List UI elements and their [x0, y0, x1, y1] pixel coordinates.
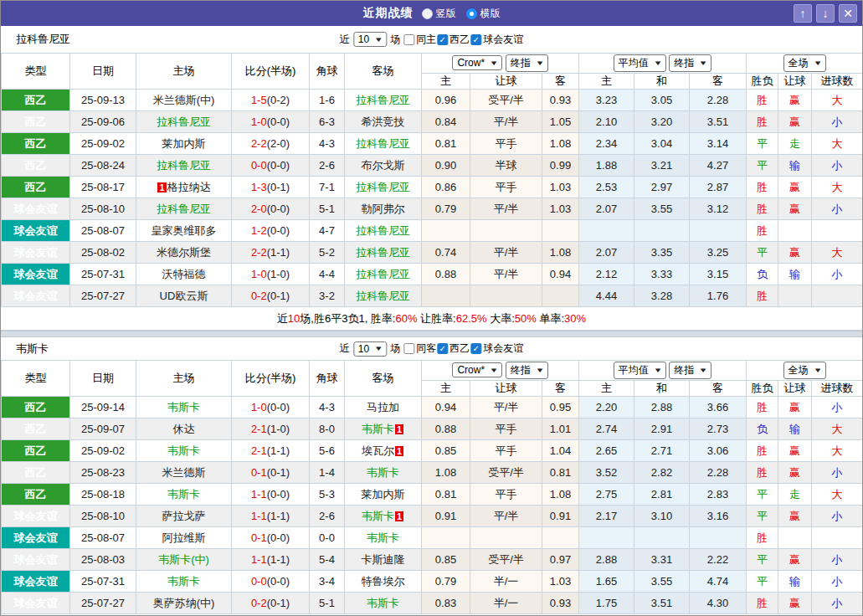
avg-away: 4.27: [690, 155, 747, 177]
filter-checkbox-球会友谊[interactable]: ✓球会友谊: [470, 341, 523, 356]
odds-away: 0.81: [542, 462, 579, 484]
odds-handicap: [470, 285, 542, 307]
home-team-cell: 皇家奥维耶多: [136, 220, 232, 242]
filter-checkbox-同主[interactable]: 同主: [403, 33, 436, 47]
fullmatch-select[interactable]: 全场▼: [783, 362, 826, 379]
corner-cell: 8-0: [310, 418, 345, 440]
filter-checkbox-同客[interactable]: 同客: [403, 341, 436, 356]
match-date: 25-08-10: [70, 506, 136, 527]
odds-home: 0.88: [422, 418, 470, 440]
checkbox-label: 西乙: [449, 341, 470, 356]
odds-time-select[interactable]: 终指▼: [506, 54, 548, 72]
result-handicap: 赢: [778, 198, 812, 220]
avg-draw: 3.20: [634, 111, 690, 133]
result-outcome: 胜: [747, 177, 778, 198]
odds-handicap: 平/半: [470, 506, 542, 527]
team-name: 拉科鲁尼亚: [356, 290, 410, 302]
odds-away: 1.05: [542, 111, 579, 133]
summary-segment: 近: [277, 312, 288, 325]
subcol-result-outcome: 胜负: [747, 381, 778, 397]
team-name: 拉科鲁尼亚: [356, 246, 410, 259]
result-goals: 大: [812, 133, 863, 155]
radio-icon[interactable]: [466, 8, 477, 19]
average-select[interactable]: 平均值▼: [614, 362, 666, 379]
corner-cell: 6-3: [310, 111, 345, 133]
odds-home: 0.84: [422, 111, 470, 133]
checkbox-unchecked-icon[interactable]: [403, 343, 414, 354]
score-cell: 0-0(0-0): [232, 571, 310, 593]
team-name: 韦斯卡: [367, 466, 399, 479]
games-label: 场: [390, 341, 400, 356]
result-goals: 小: [812, 111, 863, 133]
score-cell: 0-0(0-0): [232, 155, 310, 177]
filter-checkbox-球会友谊[interactable]: ✓球会友谊: [470, 33, 523, 47]
team-section: 韦斯卡 近 10 ▼ 场 同客✓西乙✓球会友谊 类型: [1, 337, 862, 616]
col-header-home: 主场: [136, 361, 232, 397]
col-header-corner: 角球: [310, 361, 345, 397]
avg-away: 3.51: [690, 111, 747, 133]
checkbox-unchecked-icon[interactable]: [403, 34, 414, 45]
avg-home: 2.10: [579, 111, 634, 133]
fullmatch-select[interactable]: 全场▼: [783, 54, 826, 72]
filter-checkbox-西乙[interactable]: ✓西乙: [437, 33, 470, 47]
result-handicap: 赢: [778, 462, 812, 484]
move-up-button[interactable]: ↑: [794, 4, 812, 23]
radio-icon[interactable]: [422, 8, 433, 19]
result-handicap: 赢: [778, 177, 812, 198]
result-handicap: 输: [778, 155, 812, 177]
avg-draw: 3.21: [634, 155, 690, 177]
checkbox-label: 球会友谊: [483, 341, 523, 356]
average-group-header: 平均值▼ 终指▼: [579, 361, 747, 381]
team-name: 韦斯卡(中): [158, 553, 209, 566]
corner-cell: 5-2: [310, 242, 345, 264]
games-label: 场: [390, 33, 400, 47]
team-name: 米兰德斯(中): [153, 94, 215, 106]
select-value: 10: [358, 343, 369, 355]
filter-controls: 近 10 ▼ 场 同客✓西乙✓球会友谊: [340, 341, 523, 357]
match-row: 球会友谊25-07-31沃特福德1-0(1-0)4-4拉科鲁尼亚0.88平/半0…: [2, 264, 863, 285]
odds-company-select[interactable]: Crow*▼: [452, 55, 502, 70]
result-handicap: [778, 527, 812, 549]
score-cell: 2-2(2-0): [232, 133, 310, 155]
score-cell: 1-3(0-1): [232, 177, 310, 198]
average-time-select[interactable]: 终指▼: [669, 54, 711, 72]
section-divider: [1, 331, 862, 337]
odds-home: [422, 220, 470, 242]
odds-handicap: 受平/半: [470, 462, 542, 484]
select-value: 平均值: [619, 56, 649, 70]
corner-cell: 3-2: [310, 285, 345, 307]
move-down-button[interactable]: ↓: [816, 4, 835, 23]
avg-home: 1.75: [579, 593, 634, 614]
red-card-badge: 1: [395, 511, 403, 521]
close-button[interactable]: ✕: [839, 4, 857, 23]
checkbox-checked-icon[interactable]: ✓: [437, 343, 448, 354]
match-type-badge: 球会友谊: [2, 527, 70, 549]
filter-checkbox-西乙[interactable]: ✓西乙: [437, 341, 470, 356]
odds-company-select[interactable]: Crow*▼: [452, 362, 502, 377]
home-team-cell: 1格拉纳达: [136, 177, 232, 198]
col-header-home: 主场: [136, 54, 232, 90]
home-team-cell: 米兰德斯: [136, 462, 232, 484]
average-select[interactable]: 平均值▼: [614, 54, 666, 72]
checkbox-checked-icon[interactable]: ✓: [437, 34, 448, 45]
corner-cell: 5-3: [310, 484, 345, 506]
checkbox-checked-icon[interactable]: ✓: [470, 34, 481, 45]
odds-time-select[interactable]: 终指▼: [506, 362, 548, 379]
match-type-badge: 西乙: [2, 440, 70, 462]
match-row: 球会友谊25-07-31韦斯卡0-0(0-0)3-4特鲁埃尔0.79半/一1.0…: [2, 571, 863, 593]
corner-cell: 4-3: [310, 133, 345, 155]
match-count-select[interactable]: 10 ▼: [353, 32, 387, 47]
layout-radio-竖版[interactable]: 竖版: [422, 7, 456, 21]
summary-segment: 60%: [395, 312, 417, 325]
team-name: 奥萨苏纳(中): [153, 597, 215, 609]
average-time-select[interactable]: 终指▼: [669, 362, 711, 379]
checkbox-checked-icon[interactable]: ✓: [470, 343, 481, 354]
match-count-select[interactable]: 10 ▼: [353, 341, 387, 357]
layout-radio-横版[interactable]: 横版: [466, 7, 501, 21]
col-header-corner: 角球: [310, 54, 345, 90]
odds-away: 0.93: [542, 593, 579, 614]
match-row: 球会友谊25-07-27奥萨苏纳(中)0-2(0-1)5-1韦斯卡0.83半/一…: [2, 593, 863, 614]
avg-away: 2.28: [690, 462, 747, 484]
result-handicap: 走: [778, 484, 812, 506]
select-value: 全场: [789, 56, 809, 70]
